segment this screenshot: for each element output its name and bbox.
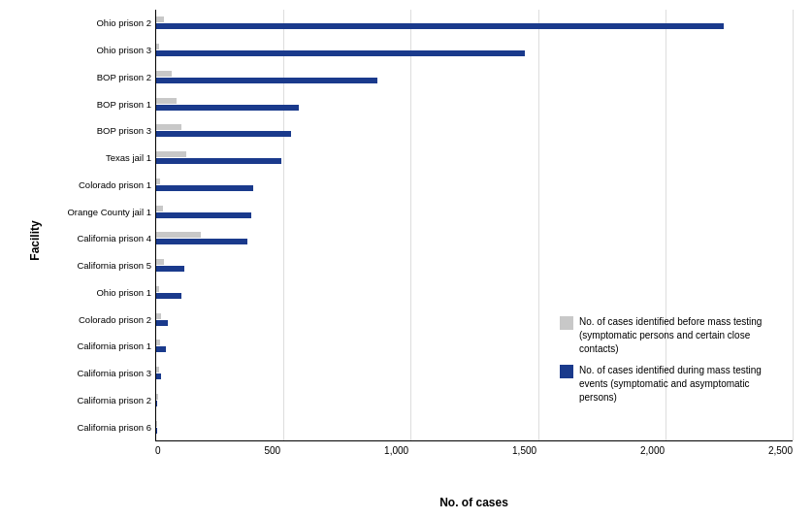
- bar-label: BOP prison 3: [16, 125, 151, 136]
- bar-during: [156, 428, 157, 434]
- bars-group: [156, 172, 793, 199]
- bar-label: California prison 4: [16, 233, 151, 243]
- bar-before: [156, 151, 186, 157]
- bar-before: [156, 206, 163, 211]
- bar-during: [156, 346, 166, 352]
- bar-label: Texas jail 1: [16, 152, 151, 163]
- chart-area: Facility Ohio prison 2Ohio prison 3BOP p…: [155, 10, 793, 470]
- bar-before: [156, 367, 159, 373]
- bar-label: California prison 1: [16, 341, 151, 351]
- legend: No. of cases identified before mass test…: [560, 315, 773, 412]
- bars-group: [156, 90, 793, 117]
- x-tick: 0: [155, 445, 161, 456]
- bar-label: BOP prison 1: [16, 99, 151, 110]
- bar-label: Colorado prison 2: [16, 314, 151, 325]
- legend-item-before: No. of cases identified before mass test…: [560, 315, 773, 356]
- bar-row: California prison 4: [156, 225, 793, 252]
- bar-label: California prison 2: [16, 395, 151, 405]
- bars-group: [156, 145, 793, 172]
- x-ticks: 05001,0001,5002,0002,500: [155, 441, 793, 456]
- bar-label: California prison 3: [16, 368, 151, 378]
- bar-label: Ohio prison 1: [16, 287, 151, 298]
- bar-during: [156, 401, 157, 406]
- bar-during: [156, 23, 724, 29]
- bar-row: Texas jail 1: [156, 145, 793, 172]
- legend-color-during: [560, 365, 573, 378]
- bar-label: Ohio prison 2: [16, 17, 151, 28]
- bar-row: BOP prison 3: [156, 117, 793, 145]
- legend-color-before: [560, 316, 573, 330]
- bars-group: [156, 413, 793, 440]
- bar-during: [156, 266, 184, 272]
- bar-before: [156, 313, 161, 319]
- bar-before: [156, 259, 164, 265]
- bar-during: [156, 293, 181, 299]
- bar-before: [156, 394, 158, 400]
- bar-row: Orange County jail 1: [156, 198, 793, 225]
- x-tick: 2,500: [768, 445, 793, 456]
- bar-before: [156, 44, 159, 49]
- bar-label: California prison 5: [16, 260, 151, 271]
- bar-before: [156, 124, 181, 130]
- bars-group: [156, 252, 793, 279]
- bar-during: [156, 158, 281, 164]
- bar-during: [156, 50, 525, 56]
- x-axis-label: No. of cases: [439, 496, 508, 509]
- legend-label-before: No. of cases identified before mass test…: [579, 315, 773, 356]
- chart-container: Facility Ohio prison 2Ohio prison 3BOP p…: [0, 0, 812, 519]
- bar-label: Colorado prison 1: [16, 179, 151, 190]
- bar-row: Ohio prison 2: [156, 10, 793, 37]
- x-tick: 2,000: [640, 445, 665, 456]
- bars-group: [156, 37, 793, 64]
- legend-item-during: No. of cases identified during mass test…: [560, 364, 773, 405]
- bars-group: [156, 279, 793, 307]
- legend-label-during: No. of cases identified during mass test…: [579, 364, 773, 405]
- bar-row: BOP prison 2: [156, 64, 793, 91]
- bar-label: California prison 6: [16, 422, 151, 433]
- bar-during: [156, 105, 299, 111]
- bar-during: [156, 78, 377, 83]
- bar-during: [156, 185, 253, 191]
- bar-before: [156, 178, 160, 184]
- bars-group: [156, 225, 793, 252]
- bar-before: [156, 232, 201, 238]
- bar-during: [156, 131, 291, 137]
- bar-during: [156, 320, 168, 326]
- bar-label: BOP prison 2: [16, 72, 151, 82]
- bars-group: [156, 198, 793, 225]
- bar-label: Ohio prison 3: [16, 45, 151, 55]
- bar-before: [156, 98, 177, 104]
- x-tick: 1,500: [512, 445, 536, 456]
- bar-before: [156, 16, 164, 22]
- x-tick: 500: [264, 445, 280, 456]
- bar-before: [156, 71, 172, 77]
- bar-during: [156, 239, 247, 244]
- bar-row: California prison 6: [156, 413, 793, 440]
- bar-during: [156, 373, 161, 379]
- bars-group: [156, 10, 793, 37]
- bar-label: Orange County jail 1: [16, 207, 151, 217]
- bar-during: [156, 212, 251, 218]
- bar-row: Ohio prison 1: [156, 279, 793, 307]
- bar-before: [156, 286, 159, 292]
- bars-group: [156, 117, 793, 145]
- bar-row: California prison 5: [156, 252, 793, 279]
- x-tick: 1,000: [384, 445, 408, 456]
- bar-row: Ohio prison 3: [156, 37, 793, 64]
- bar-row: Colorado prison 1: [156, 172, 793, 199]
- bar-before: [156, 421, 157, 427]
- bar-before: [156, 340, 160, 345]
- bars-group: [156, 64, 793, 91]
- bar-row: BOP prison 1: [156, 90, 793, 117]
